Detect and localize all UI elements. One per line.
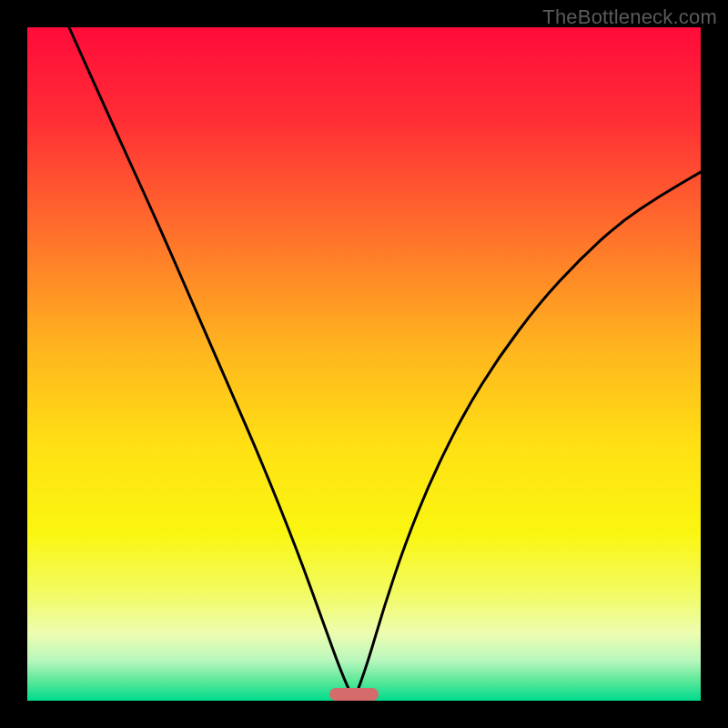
outer-frame: TheBottleneck.com bbox=[0, 0, 728, 728]
curves-layer bbox=[27, 27, 701, 701]
bottleneck-marker bbox=[329, 688, 378, 701]
watermark-text: TheBottleneck.com bbox=[542, 5, 717, 29]
right-curve bbox=[354, 172, 701, 701]
plot-area bbox=[27, 27, 701, 701]
left-curve bbox=[69, 27, 354, 701]
